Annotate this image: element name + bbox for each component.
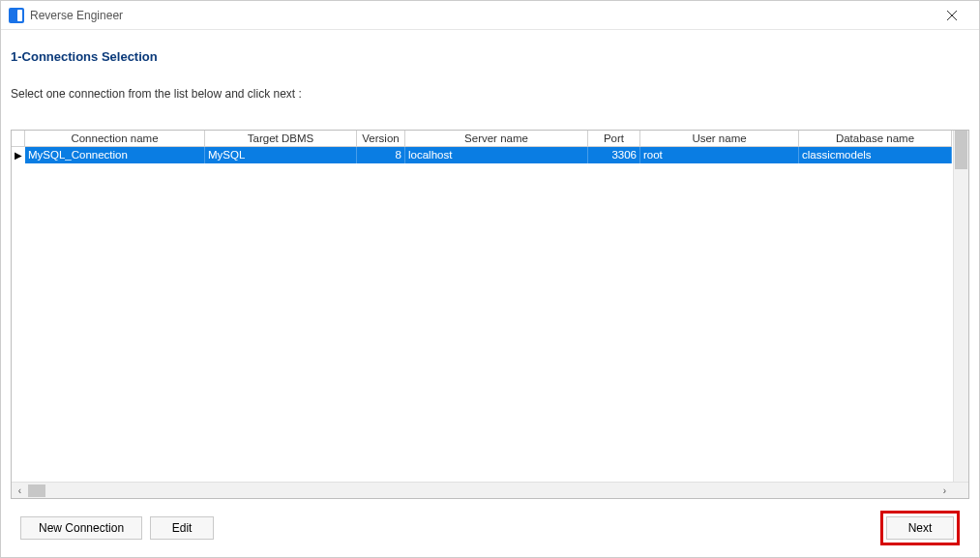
window-title: Reverse Engineer (30, 9, 123, 22)
col-user-name[interactable]: User name (640, 131, 799, 147)
cell-port: 3306 (588, 147, 640, 163)
cell-target-dbms: MySQL (205, 147, 357, 163)
scroll-left-icon[interactable]: ‹ (12, 483, 28, 499)
cell-server-name: localhost (405, 147, 588, 163)
cell-connection-name: MySQL_Connection (25, 147, 205, 163)
col-version[interactable]: Version (357, 131, 405, 147)
close-icon (947, 11, 957, 20)
connections-table: Connection name Target DBMS Version Serv… (11, 130, 969, 499)
cell-version: 8 (357, 147, 405, 163)
col-database-name[interactable]: Database name (799, 131, 952, 147)
titlebar: Reverse Engineer (1, 1, 979, 30)
row-indicator-header (12, 131, 25, 147)
horizontal-scrollbar[interactable]: ‹ › (12, 482, 968, 498)
close-button[interactable] (933, 2, 971, 29)
next-button-highlight: Next (880, 511, 960, 545)
table-row[interactable]: ▶ MySQL_Connection MySQL 8 localhost 330… (12, 147, 968, 163)
vertical-scroll-thumb[interactable] (955, 131, 967, 169)
cell-database-name: classicmodels (799, 147, 952, 163)
cell-user-name: root (640, 147, 799, 163)
col-connection-name[interactable]: Connection name (25, 131, 205, 147)
col-port[interactable]: Port (588, 131, 640, 147)
grid-header-row: Connection name Target DBMS Version Serv… (12, 131, 968, 147)
row-indicator-icon: ▶ (12, 147, 25, 163)
vertical-scrollbar[interactable] (953, 131, 968, 482)
col-target-dbms[interactable]: Target DBMS (205, 131, 357, 147)
wizard-content: 1-Connections Selection Select one conne… (1, 30, 979, 558)
col-server-name[interactable]: Server name (405, 131, 588, 147)
step-heading: 1-Connections Selection (11, 49, 969, 64)
edit-button[interactable]: Edit (150, 516, 214, 540)
grid: Connection name Target DBMS Version Serv… (12, 131, 968, 482)
app-icon (9, 8, 24, 23)
footer-buttons: New Connection Edit Next (11, 499, 969, 558)
next-button[interactable]: Next (886, 516, 954, 540)
horizontal-scroll-thumb[interactable] (28, 485, 45, 497)
new-connection-button[interactable]: New Connection (20, 516, 142, 540)
grid-body: ▶ MySQL_Connection MySQL 8 localhost 330… (12, 147, 968, 482)
step-instruction: Select one connection from the list belo… (11, 87, 969, 101)
scroll-right-icon[interactable]: › (936, 483, 953, 499)
